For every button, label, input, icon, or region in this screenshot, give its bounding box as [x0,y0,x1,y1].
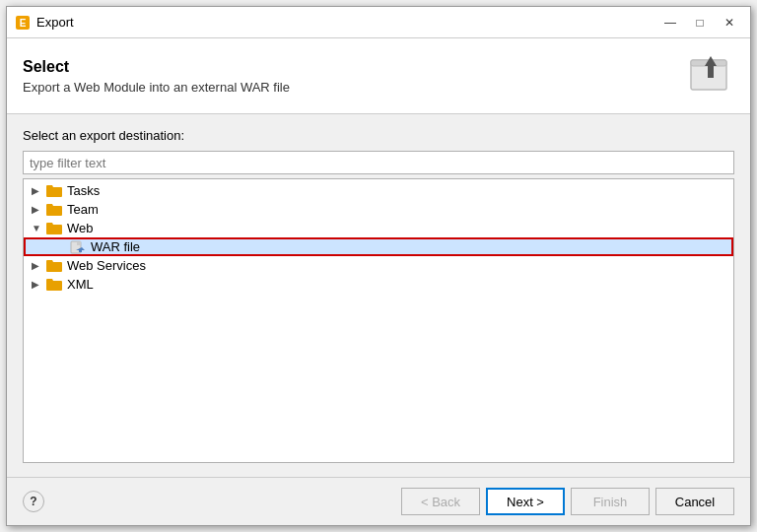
header-text: Select Export a Web Module into an exter… [23,58,290,95]
collapse-arrow-web[interactable]: ▼ [32,223,45,233]
filter-input[interactable] [23,151,734,174]
section-label: Select an export destination: [23,128,734,143]
window-controls: — □ ✕ [657,12,742,33]
folder-icon-web-services [45,259,63,273]
collapse-arrow-web-services[interactable]: ▶ [32,260,45,271]
svg-rect-8 [77,241,81,245]
tree-item-tasks[interactable]: ▶ Tasks [24,181,733,200]
svg-text:E: E [20,18,27,29]
tree-item-war-file[interactable]: WAR file [24,237,733,256]
tree-label-tasks: Tasks [67,183,100,198]
content-area: Select Export a Web Module into an exter… [7,38,750,525]
finish-button[interactable]: Finish [571,488,650,515]
tree-item-xml[interactable]: ▶ XML [24,275,733,294]
collapse-arrow-team[interactable]: ▶ [32,204,45,215]
maximize-button[interactable]: □ [687,12,713,33]
footer-help: ? [23,491,401,512]
tree-label-team: Team [67,202,99,217]
collapse-arrow-xml[interactable]: ▶ [32,279,45,290]
header-title: Select [23,58,290,76]
folder-icon-web [45,222,63,235]
folder-icon-tasks [45,184,63,198]
footer-section: ? < Back Next > Finish Cancel [7,477,750,525]
tree-item-web[interactable]: ▼ Web [24,219,733,237]
main-section: Select an export destination: ▶ Tasks [7,114,750,477]
help-button[interactable]: ? [23,491,44,512]
tree-item-web-services[interactable]: ▶ Web Services [24,256,733,275]
back-button[interactable]: < Back [401,488,480,515]
collapse-arrow-tasks[interactable]: ▶ [32,185,45,196]
tree-label-web-services: Web Services [67,258,146,273]
cancel-button[interactable]: Cancel [655,488,734,515]
svg-rect-5 [708,66,714,78]
tree-label-web: Web [67,221,94,235]
title-bar: E Export — □ ✕ [7,7,750,38]
tree-item-team[interactable]: ▶ Team [24,200,733,219]
tree-scroll[interactable]: ▶ Tasks ▶ [24,179,733,462]
export-icon [687,52,734,100]
minimize-button[interactable]: — [657,12,683,33]
tree-container: ▶ Tasks ▶ [23,178,734,463]
war-file-icon [69,240,87,254]
app-icon: E [15,15,31,31]
export-dialog: E Export — □ ✕ Select Export a Web Modul… [6,6,751,526]
next-button[interactable]: Next > [486,488,565,515]
header-section: Select Export a Web Module into an exter… [7,38,750,114]
folder-icon-team [45,203,63,217]
close-button[interactable]: ✕ [717,12,742,33]
tree-label-xml: XML [67,277,94,292]
folder-icon-xml [45,278,63,292]
window-title: Export [36,15,657,30]
footer-buttons: < Back Next > Finish Cancel [401,488,734,515]
tree-label-war-file: WAR file [91,239,140,254]
header-subtitle: Export a Web Module into an external WAR… [23,80,290,95]
